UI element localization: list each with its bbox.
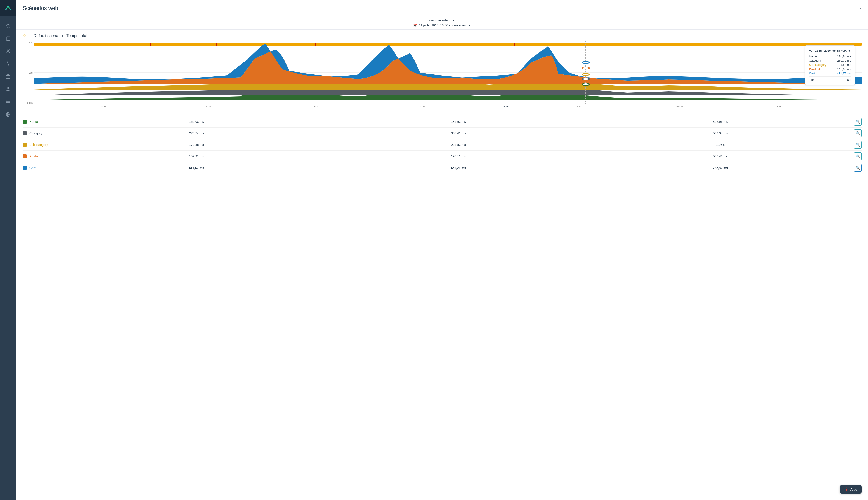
legend-zoom-category[interactable]: 🔍 <box>854 129 862 137</box>
page-title: Scénarios web <box>23 5 58 11</box>
legend-val2-subcategory: 223,83 ms <box>328 143 589 147</box>
date-filter[interactable]: 📅 21 juillet 2016, 10:06 - maintenant ▼ <box>413 24 471 27</box>
chart-container: 4 s 2 s 0 ms <box>23 41 862 113</box>
legend-val2-product: 190,11 ms <box>328 155 589 158</box>
sidebar-item-dashboard[interactable] <box>2 45 14 57</box>
legend-val1-cart: 411,67 ms <box>66 166 328 170</box>
legend-zoom-product[interactable]: 🔍 <box>854 152 862 160</box>
legend-row-product: Product 152,91 ms 190,11 ms 556,43 ms 🔍 <box>23 151 862 162</box>
tooltip-home-label: Home <box>809 55 817 58</box>
tooltip-row-cart: Cart 431,67 ms <box>809 72 851 75</box>
legend-zoom-cart[interactable]: 🔍 <box>854 164 862 172</box>
chart-title: Default scenario - Temps total <box>34 34 87 38</box>
chart-header: ☆ ⋮ Default scenario - Temps total <box>23 33 862 38</box>
x-axis: 12:00 15:00 18:00 21:00 22 juil 03:00 06… <box>34 104 862 113</box>
sidebar-item-servers[interactable] <box>2 96 14 108</box>
svg-marker-0 <box>6 24 10 27</box>
tooltip-row-product: Product 190,35 ms <box>809 67 851 71</box>
legend-val3-product: 556,43 ms <box>589 155 851 158</box>
x-tick-0600: 06:00 <box>677 105 683 108</box>
x-tick-22juil: 22 juil <box>502 105 509 108</box>
tooltip-category-value: 290,39 ms <box>837 59 851 62</box>
y-label-4s: 4 s <box>29 41 33 44</box>
website-filter[interactable]: www.website.fr ▼ <box>429 19 455 22</box>
svg-point-18 <box>7 100 7 101</box>
tooltip-row-home: Home 165,60 ms <box>809 55 851 58</box>
legend-val2-category: 308,41 ms <box>328 132 589 135</box>
legend-color-cart <box>23 166 27 170</box>
legend-zoom-home[interactable]: 🔍 <box>854 118 862 126</box>
legend-zoom-subcategory[interactable]: 🔍 <box>854 141 862 149</box>
chart-svg-area[interactable]: Ven 22 juil 2016, 09:38 - 09:45 Home 165… <box>34 41 862 104</box>
legend-name-category: Category <box>30 132 66 135</box>
tooltip-product-label: Product <box>809 67 820 71</box>
tooltip-cart-value: 431,67 ms <box>837 72 851 75</box>
legend-row-cart: Cart 411,67 ms 451,21 ms 782,82 ms 🔍 <box>23 162 862 174</box>
tooltip-total-label: Total <box>809 78 815 81</box>
logo[interactable] <box>0 0 16 16</box>
svg-line-14 <box>8 88 10 90</box>
legend-val3-cart: 782,82 ms <box>589 166 851 170</box>
chart-section: ☆ ⋮ Default scenario - Temps total 4 s 2… <box>16 30 868 113</box>
date-range-label: 21 juillet 2016, 10:06 - maintenant <box>419 24 467 27</box>
legend-val1-subcategory: 170,38 ms <box>66 143 328 147</box>
help-button[interactable]: ❓ Aide <box>840 485 862 494</box>
svg-line-13 <box>7 88 8 90</box>
svg-point-27 <box>582 67 589 69</box>
tooltip-subcategory-value: 177,54 ms <box>837 63 851 67</box>
tooltip-category-label: Category <box>809 59 821 62</box>
svg-point-10 <box>8 87 9 88</box>
legend-val3-home: 492,95 ms <box>589 120 851 124</box>
date-arrow: ▼ <box>468 24 471 27</box>
sidebar-item-projects[interactable] <box>2 71 14 82</box>
svg-point-29 <box>582 78 589 80</box>
sidebar-item-calendar[interactable] <box>2 33 14 44</box>
legend-val2-home: 184,93 ms <box>328 120 589 124</box>
sidebar-item-reports[interactable] <box>2 58 14 70</box>
legend-color-home <box>23 120 27 124</box>
legend-color-category <box>23 131 27 135</box>
favorite-star-icon[interactable]: ☆ <box>23 33 26 38</box>
y-label-2s: 2 s <box>29 71 33 74</box>
more-options-button[interactable]: ··· <box>856 5 862 11</box>
help-icon: ❓ <box>844 487 848 491</box>
y-axis: 4 s 2 s 0 ms <box>23 41 34 104</box>
tooltip-total-value: 1,26 s <box>843 78 851 81</box>
x-tick-1200: 12:00 <box>99 105 106 108</box>
legend-name-home: Home <box>30 120 66 124</box>
legend-row-subcategory: Sub category 170,38 ms 223,83 ms 1,96 s … <box>23 139 862 151</box>
x-tick-0900: 09:00 <box>776 105 782 108</box>
svg-rect-1 <box>6 37 10 41</box>
sidebar-item-network[interactable] <box>2 83 14 95</box>
legend-row-home: Home 154,08 ms 184,93 ms 492,95 ms 🔍 <box>23 116 862 128</box>
x-tick-1500: 15:00 <box>204 105 211 108</box>
legend-val1-category: 275,74 ms <box>66 132 328 135</box>
x-tick-1800: 18:00 <box>312 105 318 108</box>
svg-point-6 <box>8 50 9 52</box>
chart-menu-icon[interactable]: ⋮ <box>28 34 32 38</box>
x-tick-2100: 21:00 <box>420 105 426 108</box>
svg-point-28 <box>582 73 589 76</box>
y-label-0ms: 0 ms <box>27 102 33 104</box>
main-area: Scénarios web ··· www.website.fr ▼ 📅 21 … <box>16 0 868 500</box>
legend-table: Home 154,08 ms 184,93 ms 492,95 ms 🔍 Cat… <box>16 113 868 178</box>
svg-point-26 <box>582 61 589 64</box>
sidebar-nav <box>0 16 16 124</box>
sidebar-item-web[interactable] <box>2 109 14 120</box>
sidebar-item-favorites[interactable] <box>2 20 14 32</box>
legend-name-subcategory: Sub category <box>30 143 66 147</box>
content-area: ☆ ⋮ Default scenario - Temps total 4 s 2… <box>16 30 868 500</box>
tooltip-title: Ven 22 juil 2016, 09:38 - 09:45 <box>809 49 851 52</box>
legend-color-subcategory <box>23 143 27 147</box>
calendar-icon: 📅 <box>413 24 417 27</box>
legend-val1-product: 152,91 ms <box>66 155 328 158</box>
tooltip-product-value: 190,35 ms <box>837 67 851 71</box>
legend-val3-subcategory: 1,96 s <box>589 143 851 147</box>
tooltip-cart-label: Cart <box>809 72 815 75</box>
legend-color-product <box>23 154 27 158</box>
svg-point-30 <box>582 83 589 86</box>
sidebar <box>0 0 16 500</box>
legend-val2-cart: 451,21 ms <box>328 166 589 170</box>
legend-name-product: Product <box>30 155 66 158</box>
legend-row-category: Category 275,74 ms 308,41 ms 502,94 ms 🔍 <box>23 128 862 139</box>
